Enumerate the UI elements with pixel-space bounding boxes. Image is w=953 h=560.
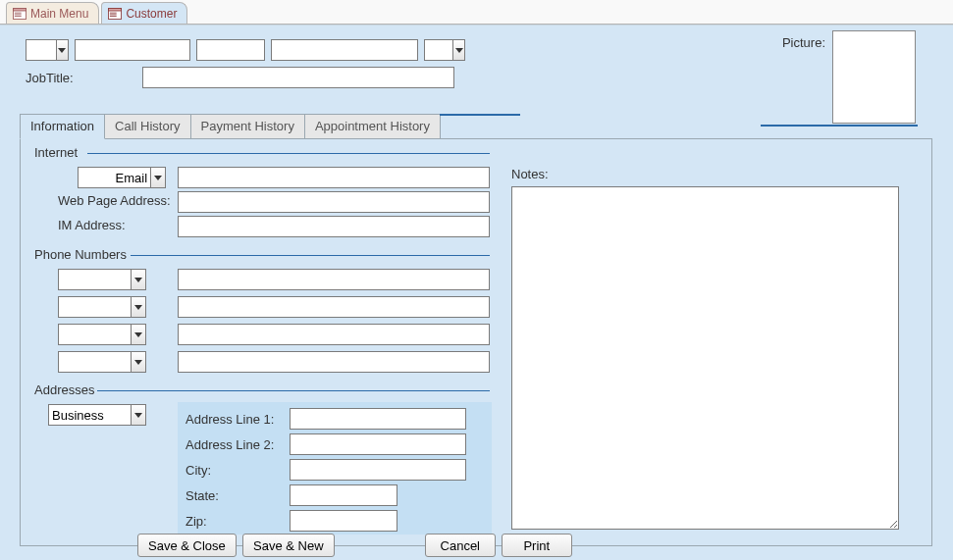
phone-input-3[interactable] — [178, 324, 490, 345]
divider — [131, 255, 490, 256]
addr-state-label: State: — [185, 488, 284, 503]
notes-textarea[interactable] — [511, 186, 899, 530]
phone-type-input[interactable] — [59, 297, 131, 317]
phone-type-input[interactable] — [59, 270, 131, 289]
im-label: IM Address: — [58, 218, 126, 232]
addr-state-input[interactable] — [290, 484, 397, 506]
addr-zip-input[interactable] — [290, 510, 397, 532]
chevron-down-icon[interactable] — [131, 270, 145, 289]
web-input[interactable] — [178, 191, 490, 213]
save-new-button[interactable]: Save & New — [242, 534, 335, 557]
picture-label: Picture: — [782, 35, 825, 50]
phone-input-2[interactable] — [178, 296, 490, 318]
email-input[interactable] — [178, 167, 490, 188]
suffix-input[interactable] — [425, 40, 452, 60]
address-panel: Address Line 1: Address Line 2: City: St… — [178, 402, 492, 535]
chevron-down-icon[interactable] — [452, 40, 464, 60]
customer-form: JobTitle: Picture: Information Call Hist… — [0, 25, 953, 560]
phone-type-combo-4[interactable] — [58, 351, 146, 373]
phone-type-combo-3[interactable] — [58, 324, 146, 345]
first-name-input[interactable] — [75, 39, 190, 61]
form-icon — [108, 8, 122, 20]
tab-call-history[interactable]: Call History — [104, 114, 190, 139]
jobtitle-row: JobTitle: — [26, 67, 454, 88]
chevron-down-icon[interactable] — [131, 297, 145, 317]
divider — [87, 153, 490, 154]
tab-appointment-history[interactable]: Appointment History — [304, 114, 441, 139]
middle-name-input[interactable] — [196, 39, 265, 61]
group-internet-label: Internet — [30, 145, 81, 160]
chevron-down-icon[interactable] — [131, 325, 145, 344]
jobtitle-input[interactable] — [142, 67, 454, 88]
svg-rect-1 — [14, 8, 26, 11]
tab-label: Main Menu — [30, 7, 88, 21]
form-icon — [13, 8, 26, 20]
web-label: Web Page Address: — [58, 193, 171, 208]
addr-line1-label: Address Line 1: — [185, 412, 284, 427]
addr-city-input[interactable] — [290, 459, 466, 481]
last-name-input[interactable] — [271, 39, 418, 61]
picture-box[interactable] — [832, 30, 916, 124]
tab-information[interactable]: Information — [20, 114, 105, 139]
addr-zip-label: Zip: — [185, 514, 284, 529]
tab-customer[interactable]: Customer — [101, 2, 187, 24]
tab-control: Information Call History Payment History… — [20, 114, 932, 546]
addr-line2-label: Address Line 2: — [185, 437, 284, 452]
phone-type-combo-2[interactable] — [58, 296, 146, 318]
addr-line2-input[interactable] — [290, 433, 466, 455]
address-type-combo[interactable] — [48, 404, 146, 426]
address-type-input[interactable] — [49, 405, 131, 425]
salutation-input[interactable] — [26, 40, 56, 60]
phone-type-combo-1[interactable] — [58, 269, 146, 290]
button-row: Save & Close Save & New Cancel Print — [137, 534, 572, 557]
phone-input-4[interactable] — [178, 351, 490, 373]
salutation-combo[interactable] — [26, 39, 69, 61]
suffix-combo[interactable] — [424, 39, 465, 61]
chevron-down-icon[interactable] — [56, 40, 68, 60]
tab-payment-history[interactable]: Payment History — [190, 114, 305, 139]
tab-label: Customer — [126, 7, 177, 21]
addr-city-label: City: — [185, 463, 284, 478]
group-phone-label: Phone Numbers — [30, 247, 131, 262]
group-addresses-label: Addresses — [30, 382, 98, 397]
notes-label: Notes: — [511, 167, 549, 181]
svg-rect-6 — [109, 8, 122, 11]
jobtitle-label: JobTitle: — [26, 71, 74, 85]
tab-body-information: Internet Web Page Address: IM Address: P… — [20, 139, 932, 546]
save-close-button[interactable]: Save & Close — [137, 534, 237, 557]
chevron-down-icon[interactable] — [131, 405, 145, 425]
email-type-input[interactable] — [79, 168, 150, 187]
name-row — [26, 39, 465, 61]
email-type-combo[interactable] — [78, 167, 166, 188]
addr-line1-input[interactable] — [290, 408, 466, 430]
tab-strip: Information Call History Payment History… — [20, 114, 932, 139]
phone-input-1[interactable] — [178, 269, 490, 290]
divider — [97, 390, 490, 391]
chevron-down-icon[interactable] — [150, 168, 165, 187]
phone-type-input[interactable] — [59, 352, 131, 372]
document-tabs: Main Menu Customer — [0, 0, 953, 25]
im-input[interactable] — [178, 216, 490, 237]
cancel-button[interactable]: Cancel — [425, 534, 496, 557]
print-button[interactable]: Print — [502, 534, 572, 557]
tab-main-menu[interactable]: Main Menu — [6, 2, 99, 24]
phone-type-input[interactable] — [59, 325, 131, 344]
chevron-down-icon[interactable] — [131, 352, 145, 372]
